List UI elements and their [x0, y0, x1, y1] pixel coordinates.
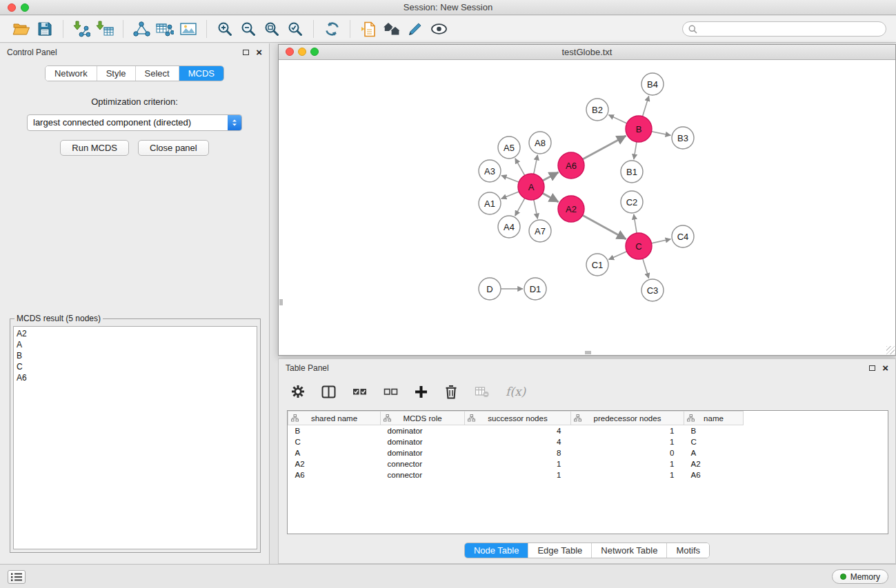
function-builder-icon[interactable]: f(x) — [506, 385, 526, 398]
refresh-layout-icon[interactable] — [320, 19, 344, 39]
graph-edge-A-A4[interactable] — [515, 199, 525, 216]
graph-edge-A-A1[interactable] — [501, 192, 519, 199]
node-table-container[interactable]: shared nameMCDS rolesuccessor nodesprede… — [287, 410, 888, 534]
tab-edge-table[interactable]: Edge Table — [528, 543, 591, 558]
graph-edge-B-B2[interactable] — [608, 115, 627, 123]
close-table-panel-icon[interactable]: × — [882, 365, 888, 372]
memory-button[interactable]: Memory — [832, 569, 888, 584]
graph-node-A3[interactable]: A3 — [479, 160, 501, 182]
tab-style[interactable]: Style — [97, 66, 135, 81]
network-window-titlebar[interactable]: testGlobe.txt — [279, 45, 895, 60]
zoom-fit-icon[interactable] — [260, 19, 283, 39]
optimization-criterion-select[interactable]: largest connected component (directed) — [27, 114, 242, 131]
column-header-shared-name[interactable]: shared name — [288, 412, 381, 425]
mcds-result-item[interactable]: A2 — [17, 328, 254, 339]
graph-node-B3[interactable]: B3 — [672, 127, 694, 149]
graph-node-D[interactable]: D — [479, 278, 501, 300]
import-network-from-file-icon[interactable] — [70, 19, 93, 39]
delete-column-icon[interactable] — [444, 385, 458, 399]
graph-edge-C-C2[interactable] — [634, 214, 637, 233]
add-column-icon[interactable] — [415, 385, 428, 398]
table-row[interactable]: Bdominator41B — [288, 425, 888, 436]
graph-node-B2[interactable]: B2 — [586, 99, 608, 121]
mcds-result-item[interactable]: C — [17, 361, 254, 372]
save-session-icon[interactable] — [33, 19, 57, 39]
tab-network-table[interactable]: Network Table — [591, 543, 666, 558]
tab-mcds[interactable]: MCDS — [179, 66, 223, 81]
show-hide-graphics-icon[interactable] — [427, 19, 450, 39]
show-columns-icon[interactable] — [321, 385, 336, 398]
deselect-all-rows-icon[interactable] — [384, 386, 398, 397]
zoom-in-icon[interactable] — [213, 19, 237, 39]
graph-node-C3[interactable]: C3 — [641, 279, 664, 301]
mcds-result-item[interactable]: A6 — [17, 372, 254, 383]
tab-select[interactable]: Select — [135, 66, 179, 81]
graph-edge-C-C1[interactable] — [608, 252, 626, 260]
apply-style-icon[interactable] — [404, 19, 427, 39]
column-header-successor-nodes[interactable]: successor nodes — [465, 412, 571, 425]
table-row[interactable]: Cdominator41C — [288, 436, 888, 447]
open-document-icon[interactable] — [357, 19, 380, 39]
table-row[interactable]: A6connector11A6 — [288, 469, 888, 480]
column-header-predecessor-nodes[interactable]: predecessor nodes — [571, 412, 684, 425]
graph-node-A1[interactable]: A1 — [479, 192, 501, 214]
network-canvas[interactable]: B4B2BB3A8A5A6A3B1AC2A1A2A4A7C4CC1C3DD1 — [279, 61, 895, 355]
graph-edge-A-A7[interactable] — [534, 200, 538, 219]
graph-edge-C-C3[interactable] — [643, 258, 649, 278]
graph-node-B4[interactable]: B4 — [641, 73, 664, 95]
graph-node-A2[interactable]: A2 — [558, 196, 584, 222]
graph-node-A4[interactable]: A4 — [498, 216, 520, 238]
tab-motifs[interactable]: Motifs — [666, 543, 709, 558]
table-row[interactable]: A2connector11A2 — [288, 458, 888, 469]
zoom-out-icon[interactable] — [237, 19, 260, 39]
graph-edge-A-A8[interactable] — [534, 155, 538, 174]
graph-node-A7[interactable]: A7 — [529, 220, 551, 242]
export-image-icon[interactable] — [177, 19, 200, 39]
graph-edge-C-C4[interactable] — [652, 239, 671, 243]
first-neighbors-icon[interactable] — [380, 19, 404, 39]
network-graph[interactable]: B4B2BB3A8A5A6A3B1AC2A1A2A4A7C4CC1C3DD1 — [279, 61, 895, 355]
graph-edge-A6-B[interactable] — [583, 136, 626, 159]
resize-grip[interactable] — [886, 346, 895, 354]
graph-edge-A-A5[interactable] — [515, 159, 525, 176]
mcds-result-list[interactable]: A2ABCA6 — [13, 326, 257, 549]
close-panel-button[interactable]: Close panel — [138, 140, 209, 156]
graph-node-A[interactable]: A — [518, 174, 544, 200]
table-row[interactable]: Adominator80A — [288, 447, 888, 458]
graph-node-C2[interactable]: C2 — [621, 191, 643, 213]
import-network-from-database-icon[interactable] — [153, 19, 177, 39]
float-table-panel-icon[interactable] — [869, 365, 875, 371]
zoom-selected-icon[interactable] — [283, 19, 307, 39]
run-mcds-button[interactable]: Run MCDS — [60, 140, 129, 156]
graph-edge-A-A2[interactable] — [543, 193, 559, 202]
graph-node-B[interactable]: B — [626, 116, 652, 142]
graph-edge-A-A6[interactable] — [543, 172, 559, 181]
graph-node-A6[interactable]: A6 — [558, 152, 584, 179]
mcds-result-item[interactable]: A — [17, 339, 254, 350]
close-panel-icon[interactable]: × — [256, 49, 262, 56]
graph-node-C4[interactable]: C4 — [672, 225, 694, 247]
search-input[interactable] — [701, 24, 886, 34]
new-network-icon[interactable] — [130, 19, 153, 39]
graph-edge-A-A3[interactable] — [501, 175, 519, 182]
graph-node-D1[interactable]: D1 — [524, 278, 546, 300]
graph-edge-A2-C[interactable] — [583, 215, 626, 239]
tab-node-table[interactable]: Node Table — [465, 543, 528, 558]
tab-network[interactable]: Network — [46, 66, 97, 81]
import-table-from-file-icon[interactable] — [93, 19, 117, 39]
column-header-name[interactable]: name — [684, 412, 744, 425]
graph-node-C[interactable]: C — [626, 233, 652, 259]
task-history-button[interactable] — [8, 570, 26, 584]
mcds-result-item[interactable]: B — [17, 350, 254, 361]
graph-edge-B-B1[interactable] — [634, 142, 637, 159]
graph-node-A5[interactable]: A5 — [498, 136, 520, 159]
select-all-rows-icon[interactable] — [352, 386, 367, 397]
graph-edge-B-B3[interactable] — [652, 132, 671, 136]
graph-edge-B-B4[interactable] — [643, 96, 649, 116]
table-settings-gear-icon[interactable] — [291, 385, 305, 398]
graph-node-C1[interactable]: C1 — [586, 254, 608, 276]
float-panel-icon[interactable] — [243, 50, 249, 55]
column-header-MCDS-role[interactable]: MCDS role — [381, 412, 465, 425]
graph-node-B1[interactable]: B1 — [621, 161, 643, 183]
open-file-icon[interactable] — [10, 19, 33, 39]
